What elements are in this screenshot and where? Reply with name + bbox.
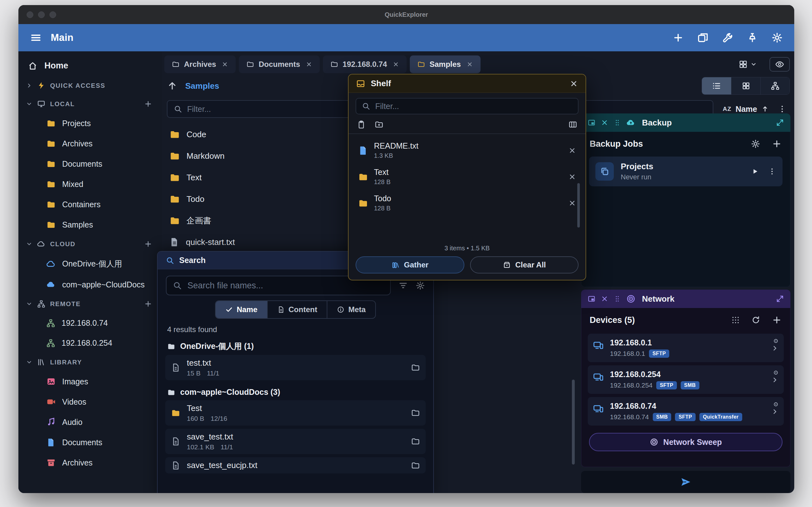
close-panel-icon[interactable] bbox=[601, 295, 608, 302]
collapse-diagonal-icon[interactable] bbox=[776, 118, 784, 127]
device-row-2[interactable]: 192.168.0.254 192.168.0.254 SFTP SMB bbox=[588, 365, 784, 394]
clipboard-icon[interactable] bbox=[357, 120, 366, 129]
sidebar-item-home[interactable]: Home bbox=[18, 55, 162, 76]
result-row-save-test[interactable]: save_test.txt 102.1 KB11/1 bbox=[165, 429, 426, 454]
sidebar-item-clouddocs[interactable]: com~apple~CloudDocs bbox=[18, 274, 162, 295]
shelf-header[interactable]: Shelf bbox=[349, 74, 586, 93]
result-row-test-txt[interactable]: test.txt 15 B11/1 bbox=[165, 355, 426, 380]
menu-icon[interactable] bbox=[30, 32, 42, 44]
sidebar-item-documents[interactable]: Documents bbox=[18, 154, 162, 174]
shelf-scrollbar[interactable] bbox=[577, 183, 580, 228]
gallery-icon[interactable] bbox=[697, 32, 709, 43]
refresh-icon[interactable] bbox=[751, 316, 760, 325]
backup-job-row[interactable]: Projects Never run bbox=[589, 157, 782, 186]
sidebar-item-videos[interactable]: Videos bbox=[18, 392, 162, 412]
drag-handle-icon[interactable] bbox=[613, 119, 621, 126]
sidebar-item-archives[interactable]: Archives bbox=[18, 133, 162, 154]
sidebar-section-quick-access[interactable]: QUICK ACCESS bbox=[18, 76, 162, 95]
collapse-diagonal-icon[interactable] bbox=[776, 295, 784, 303]
device-row-1[interactable]: 192.168.0.1 192.168.0.1 SFTP bbox=[588, 334, 784, 362]
clear-all-button[interactable]: Clear All bbox=[470, 257, 579, 274]
popout-icon[interactable] bbox=[588, 118, 596, 127]
sidebar-item-projects[interactable]: Projects bbox=[18, 113, 162, 133]
search-mode-name[interactable]: Name bbox=[216, 301, 267, 318]
close-panel-icon[interactable] bbox=[601, 119, 608, 126]
thumbnail-view-icon[interactable] bbox=[568, 120, 577, 129]
tools-wrench-icon[interactable] bbox=[722, 32, 733, 43]
job-more-options-button[interactable] bbox=[768, 167, 776, 176]
sidebar-section-remote[interactable]: REMOTE bbox=[18, 295, 162, 313]
reveal-in-folder-button[interactable] bbox=[411, 408, 420, 417]
content-scrollbar[interactable] bbox=[572, 380, 575, 464]
sidebar-item-lib-archives[interactable]: Archives bbox=[18, 452, 162, 473]
send-bar[interactable] bbox=[581, 471, 791, 493]
new-tab-button[interactable] bbox=[672, 32, 684, 43]
shelf-item-readme[interactable]: README.txt1.3 KB bbox=[355, 137, 579, 164]
close-window-button[interactable] bbox=[27, 11, 33, 18]
network-sweep-button[interactable]: Network Sweep bbox=[589, 433, 782, 451]
popout-icon[interactable] bbox=[588, 295, 596, 303]
sidebar-section-cloud[interactable]: CLOUD bbox=[18, 235, 162, 253]
close-tab-icon[interactable] bbox=[467, 61, 473, 67]
add-remote-button[interactable] bbox=[144, 300, 152, 308]
view-tree-button[interactable] bbox=[760, 77, 790, 95]
close-shelf-icon[interactable] bbox=[570, 79, 578, 88]
tab-layout-button[interactable] bbox=[739, 60, 757, 69]
sidebar-item-lib-documents[interactable]: Documents bbox=[18, 432, 162, 452]
sidebar-item-containers[interactable]: Containers bbox=[18, 194, 162, 215]
remove-shelf-item-icon[interactable] bbox=[568, 173, 576, 181]
run-job-play-button[interactable] bbox=[751, 167, 759, 176]
search-settings-icon[interactable] bbox=[415, 281, 425, 290]
close-tab-icon[interactable] bbox=[306, 61, 312, 67]
drag-handle-icon[interactable] bbox=[613, 295, 621, 302]
scan-grid-icon[interactable] bbox=[731, 316, 740, 325]
preview-eye-button[interactable] bbox=[769, 57, 790, 72]
sidebar-item-remote-74[interactable]: 192.168.0.74 bbox=[18, 313, 162, 333]
tab-documents[interactable]: Documents bbox=[239, 55, 320, 73]
result-row-test-folder[interactable]: Test 160 B12/16 bbox=[165, 400, 426, 426]
new-folder-icon[interactable] bbox=[374, 120, 384, 129]
close-tab-icon[interactable] bbox=[393, 61, 399, 67]
reveal-in-folder-button[interactable] bbox=[411, 461, 420, 470]
reveal-in-folder-button[interactable] bbox=[411, 363, 420, 372]
backup-settings-gear-icon[interactable] bbox=[751, 139, 760, 149]
add-cloud-button[interactable] bbox=[144, 240, 152, 248]
tab-samples[interactable]: Samples bbox=[410, 55, 480, 73]
result-row-save-test-eucjp[interactable]: save_test_eucjp.txt bbox=[165, 457, 426, 473]
shelf-item-text[interactable]: Text128 B bbox=[355, 164, 579, 190]
shelf-filter-field[interactable] bbox=[356, 98, 578, 114]
close-tab-icon[interactable] bbox=[222, 61, 228, 67]
minimize-window-button[interactable] bbox=[38, 11, 45, 18]
search-input[interactable] bbox=[188, 281, 384, 291]
view-grid-button[interactable] bbox=[731, 77, 760, 95]
sidebar-item-audio[interactable]: Audio bbox=[18, 412, 162, 432]
sidebar-section-local[interactable]: LOCAL bbox=[18, 95, 162, 113]
settings-gear-icon[interactable] bbox=[771, 32, 783, 43]
search-mode-content[interactable]: Content bbox=[267, 301, 327, 318]
reveal-in-folder-button[interactable] bbox=[411, 437, 420, 446]
sidebar-item-remote-254[interactable]: 192.168.0.254 bbox=[18, 333, 162, 353]
add-local-button[interactable] bbox=[144, 100, 152, 108]
remove-shelf-item-icon[interactable] bbox=[568, 199, 576, 207]
sidebar-item-onedrive[interactable]: OneDrive-個人用 bbox=[18, 253, 162, 274]
add-device-button[interactable] bbox=[772, 315, 782, 325]
filter-funnel-icon[interactable] bbox=[398, 281, 408, 290]
remove-shelf-item-icon[interactable] bbox=[568, 147, 576, 154]
device-row-3[interactable]: 192.168.0.74 192.168.0.74 SMB SFTP Quick… bbox=[588, 397, 784, 426]
sidebar-section-library[interactable]: LIBRARY bbox=[18, 353, 162, 372]
pin-icon[interactable] bbox=[747, 32, 758, 43]
sidebar-item-samples[interactable]: Samples bbox=[18, 215, 162, 235]
shelf-item-todo[interactable]: Todo128 B bbox=[355, 190, 579, 216]
gather-button[interactable]: Gather bbox=[356, 257, 464, 274]
search-mode-meta[interactable]: Meta bbox=[327, 301, 375, 318]
breadcrumb[interactable]: Samples bbox=[185, 81, 219, 91]
sidebar-item-mixed[interactable]: Mixed bbox=[18, 174, 162, 194]
sort-control[interactable]: AZ Name bbox=[723, 105, 769, 114]
result-group-onedrive[interactable]: OneDrive-個人用 (1) bbox=[158, 335, 433, 353]
sidebar-item-images[interactable]: Images bbox=[18, 372, 162, 392]
result-group-clouddocs[interactable]: com~apple~CloudDocs (3) bbox=[158, 382, 433, 399]
shelf-filter-input[interactable] bbox=[375, 102, 572, 111]
zoom-window-button[interactable] bbox=[49, 11, 56, 18]
add-backup-job-button[interactable] bbox=[772, 139, 782, 149]
view-list-button[interactable] bbox=[702, 77, 731, 95]
